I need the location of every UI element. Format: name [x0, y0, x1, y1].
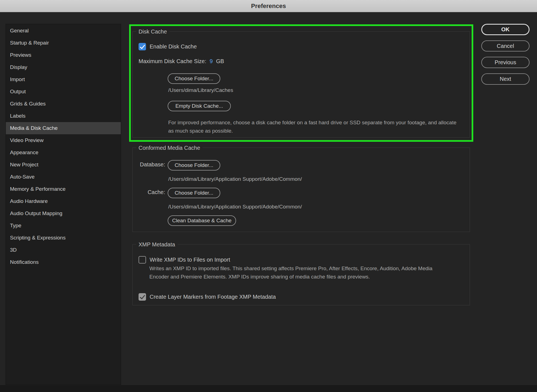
create-layer-markers-label[interactable]: Create Layer Markers from Footage XMP Me…: [150, 294, 276, 300]
preferences-window: Preferences GeneralStartup & RepairPrevi…: [0, 0, 537, 392]
database-label: Database:: [138, 161, 165, 168]
max-disk-cache-size-value[interactable]: 9: [210, 58, 213, 65]
sidebar: GeneralStartup & RepairPreviewsDisplayIm…: [6, 24, 121, 385]
sidebar-item-general[interactable]: General: [6, 25, 121, 37]
sidebar-item-previews[interactable]: Previews: [6, 49, 121, 61]
sidebar-item-appearance[interactable]: Appearance: [6, 146, 121, 159]
sidebar-item-auto-save[interactable]: Auto-Save: [6, 171, 121, 183]
database-choose-folder-button[interactable]: Choose Folder...: [168, 160, 220, 171]
conformed-media-cache-section-title: Conformed Media Cache: [136, 144, 203, 152]
sidebar-item-type[interactable]: Type: [6, 220, 121, 232]
ok-button[interactable]: OK: [481, 24, 530, 35]
sidebar-item-notifications[interactable]: Notifications: [6, 256, 121, 268]
cache-choose-folder-button[interactable]: Choose Folder...: [168, 188, 220, 198]
window-title: Preferences: [251, 2, 286, 9]
enable-disk-cache-checkbox[interactable]: [139, 43, 146, 50]
sidebar-item-memory-performance[interactable]: Memory & Performance: [6, 183, 121, 195]
max-disk-cache-size-row: Maximum Disk Cache Size: 9 GB: [139, 58, 224, 65]
empty-disk-cache-button[interactable]: Empty Disk Cache...: [168, 101, 231, 111]
write-xmp-ids-checkbox[interactable]: [139, 256, 146, 264]
disk-cache-choose-folder-button[interactable]: Choose Folder...: [168, 73, 220, 84]
disk-cache-section: Disk Cache Enable Disk Cache Maximum Dis…: [132, 31, 470, 138]
cache-label: Cache:: [138, 189, 165, 195]
sidebar-item-display[interactable]: Display: [6, 61, 121, 73]
sidebar-item-new-project[interactable]: New Project: [6, 159, 121, 171]
window-bottom-edge: [0, 385, 537, 392]
sidebar-item-3d[interactable]: 3D: [6, 244, 121, 256]
cancel-button[interactable]: Cancel: [481, 40, 530, 51]
enable-disk-cache-label[interactable]: Enable Disk Cache: [150, 43, 197, 50]
disk-cache-folder-path: /Users/dima/Library/Caches: [168, 87, 233, 93]
sidebar-item-labels[interactable]: Labels: [6, 110, 121, 122]
clean-database-cache-button[interactable]: Clean Database & Cache: [168, 215, 236, 226]
sidebar-item-startup-repair[interactable]: Startup & Repair: [6, 37, 121, 49]
max-disk-cache-size-unit: GB: [216, 58, 224, 65]
disk-cache-description: For improved performance, choose a disk …: [168, 118, 459, 135]
sidebar-item-grids-guides[interactable]: Grids & Guides: [6, 98, 121, 110]
write-xmp-ids-row: Write XMP IDs to Files on Import: [139, 256, 230, 264]
sidebar-list: GeneralStartup & RepairPreviewsDisplayIm…: [6, 25, 121, 268]
xmp-description: Writes an XMP ID to imported files. This…: [149, 264, 447, 281]
sidebar-item-audio-hardware[interactable]: Audio Hardware: [6, 195, 121, 207]
database-path: /Users/dima/Library/Application Support/…: [168, 176, 302, 182]
sidebar-item-import[interactable]: Import: [6, 73, 121, 86]
sidebar-item-video-preview[interactable]: Video Preview: [6, 134, 121, 146]
max-disk-cache-size-label: Maximum Disk Cache Size:: [139, 58, 206, 65]
sidebar-item-media-disk-cache[interactable]: Media & Disk Cache: [6, 122, 121, 134]
sidebar-item-scripting-expressions[interactable]: Scripting & Expressions: [6, 232, 121, 244]
disk-cache-section-title: Disk Cache: [136, 27, 169, 36]
sidebar-item-audio-output-mapping[interactable]: Audio Output Mapping: [6, 207, 121, 220]
sidebar-item-output[interactable]: Output: [6, 86, 121, 98]
cache-path: /Users/dima/Library/Application Support/…: [168, 204, 302, 210]
create-layer-markers-row: Create Layer Markers from Footage XMP Me…: [139, 293, 276, 301]
next-button[interactable]: Next: [481, 73, 530, 85]
xmp-metadata-section-title: XMP Metadata: [136, 240, 178, 249]
enable-disk-cache-row: Enable Disk Cache: [139, 43, 197, 50]
conformed-media-cache-section: Conformed Media Cache Database: Choose F…: [132, 148, 470, 232]
title-bar[interactable]: Preferences: [0, 0, 537, 12]
previous-button[interactable]: Previous: [481, 57, 530, 68]
xmp-metadata-section: XMP Metadata Write XMP IDs to Files on I…: [132, 244, 470, 305]
write-xmp-ids-label[interactable]: Write XMP IDs to Files on Import: [150, 257, 230, 263]
create-layer-markers-checkbox[interactable]: [139, 293, 146, 301]
